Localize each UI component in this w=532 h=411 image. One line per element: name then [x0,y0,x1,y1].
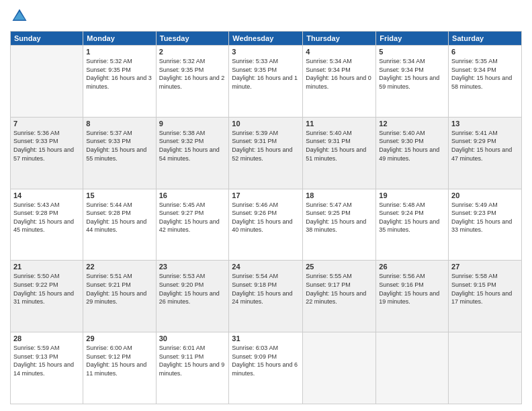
col-saturday: Saturday [449,32,522,46]
daylight-text: Daylight: 15 hours and 24 minutes. [232,290,292,306]
daylight-text: Daylight: 15 hours and 35 minutes. [379,218,439,234]
sunrise-text: Sunrise: 5:40 AM [306,130,352,136]
day-info: Sunrise: 5:36 AM Sunset: 9:33 PM Dayligh… [13,129,80,163]
daylight-text: Daylight: 15 hours and 55 minutes. [86,146,146,162]
sunrise-text: Sunrise: 6:01 AM [159,345,206,351]
table-row [449,332,522,404]
sunrise-text: Sunrise: 5:40 AM [379,130,425,136]
sunset-text: Sunset: 9:28 PM [86,210,131,216]
sunrise-text: Sunrise: 5:37 AM [86,130,132,136]
table-row: 30 Sunrise: 6:01 AM Sunset: 9:11 PM Dayl… [156,332,229,404]
sunrise-text: Sunrise: 5:38 AM [159,130,206,136]
day-info: Sunrise: 5:35 AM Sunset: 9:34 PM Dayligh… [451,57,519,91]
logo-icon [10,7,29,26]
sunrise-text: Sunrise: 5:34 AM [306,58,352,64]
daylight-text: Daylight: 15 hours and 38 minutes. [306,218,366,234]
sunset-text: Sunset: 9:31 PM [306,138,351,144]
table-row [11,46,83,118]
sunrise-text: Sunrise: 5:58 AM [451,273,498,279]
table-row: 17 Sunrise: 5:46 AM Sunset: 9:26 PM Dayl… [229,189,303,261]
daylight-text: Daylight: 15 hours and 6 minutes. [232,361,298,377]
table-row: 10 Sunrise: 5:39 AM Sunset: 9:31 PM Dayl… [229,117,303,189]
day-info: Sunrise: 5:33 AM Sunset: 9:35 PM Dayligh… [232,57,300,91]
sunset-text: Sunset: 9:33 PM [13,138,58,144]
daylight-text: Daylight: 16 hours and 2 minutes. [159,75,225,90]
day-info: Sunrise: 5:53 AM Sunset: 9:20 PM Dayligh… [159,272,226,306]
col-monday: Monday [83,32,156,46]
sunset-text: Sunset: 9:29 PM [451,138,496,144]
table-row: 22 Sunrise: 5:51 AM Sunset: 9:21 PM Dayl… [83,261,156,332]
daylight-text: Daylight: 15 hours and 59 minutes. [379,75,439,90]
day-number: 30 [159,334,226,342]
sunset-text: Sunset: 9:35 PM [159,66,204,73]
calendar-week-row: 21 Sunrise: 5:50 AM Sunset: 9:22 PM Dayl… [11,261,522,332]
day-info: Sunrise: 5:32 AM Sunset: 9:35 PM Dayligh… [86,57,152,91]
day-info: Sunrise: 5:44 AM Sunset: 9:28 PM Dayligh… [86,201,152,234]
day-info: Sunrise: 5:34 AM Sunset: 9:34 PM Dayligh… [306,57,373,91]
table-row: 27 Sunrise: 5:58 AM Sunset: 9:15 PM Dayl… [449,261,522,332]
sunset-text: Sunset: 9:22 PM [13,281,58,288]
sunrise-text: Sunrise: 5:32 AM [159,58,206,64]
day-number: 22 [86,263,152,271]
sunrise-text: Sunrise: 5:47 AM [306,201,352,208]
day-number: 2 [159,48,226,56]
table-row: 15 Sunrise: 5:44 AM Sunset: 9:28 PM Dayl… [83,189,156,261]
day-number: 1 [86,48,152,56]
daylight-text: Daylight: 16 hours and 0 minutes. [306,75,371,90]
sunrise-text: Sunrise: 5:49 AM [451,201,498,208]
daylight-text: Daylight: 15 hours and 44 minutes. [86,218,146,234]
sunrise-text: Sunrise: 5:32 AM [86,58,132,64]
day-info: Sunrise: 6:03 AM Sunset: 9:09 PM Dayligh… [232,344,300,377]
day-number: 19 [379,191,445,199]
sunset-text: Sunset: 9:11 PM [159,353,204,360]
day-number: 12 [379,120,445,128]
day-number: 25 [306,263,373,271]
table-row: 19 Sunrise: 5:48 AM Sunset: 9:24 PM Dayl… [376,189,449,261]
day-info: Sunrise: 5:34 AM Sunset: 9:34 PM Dayligh… [379,57,445,91]
sunrise-text: Sunrise: 5:43 AM [13,201,60,208]
calendar-header-row: Sunday Monday Tuesday Wednesday Thursday… [11,32,522,46]
calendar-week-row: 14 Sunrise: 5:43 AM Sunset: 9:28 PM Dayl… [11,189,522,261]
table-row: 1 Sunrise: 5:32 AM Sunset: 9:35 PM Dayli… [83,46,156,118]
table-row: 24 Sunrise: 5:54 AM Sunset: 9:18 PM Dayl… [229,261,303,332]
sunset-text: Sunset: 9:25 PM [306,210,351,216]
table-row: 3 Sunrise: 5:33 AM Sunset: 9:35 PM Dayli… [229,46,303,118]
day-info: Sunrise: 5:32 AM Sunset: 9:35 PM Dayligh… [159,57,226,91]
logo [10,7,32,26]
daylight-text: Daylight: 15 hours and 29 minutes. [86,290,146,306]
sunset-text: Sunset: 9:21 PM [86,281,131,288]
day-number: 16 [159,191,226,199]
calendar-week-row: 28 Sunrise: 5:59 AM Sunset: 9:13 PM Dayl… [11,332,522,404]
calendar-week-row: 7 Sunrise: 5:36 AM Sunset: 9:33 PM Dayli… [11,117,522,189]
sunrise-text: Sunrise: 5:53 AM [159,273,206,279]
sunset-text: Sunset: 9:15 PM [451,281,496,288]
day-number: 23 [159,263,226,271]
table-row: 31 Sunrise: 6:03 AM Sunset: 9:09 PM Dayl… [229,332,303,404]
sunrise-text: Sunrise: 6:03 AM [232,345,278,351]
table-row [376,332,449,404]
sunrise-text: Sunrise: 5:48 AM [379,201,425,208]
daylight-text: Daylight: 15 hours and 42 minutes. [159,218,220,234]
day-info: Sunrise: 5:47 AM Sunset: 9:25 PM Dayligh… [306,201,373,234]
daylight-text: Daylight: 15 hours and 33 minutes. [451,218,512,234]
sunrise-text: Sunrise: 5:33 AM [232,58,278,64]
sunset-text: Sunset: 9:34 PM [379,66,424,73]
day-number: 31 [232,334,300,342]
sunrise-text: Sunrise: 5:54 AM [232,273,278,279]
header [10,7,522,26]
day-info: Sunrise: 5:38 AM Sunset: 9:32 PM Dayligh… [159,129,226,163]
day-info: Sunrise: 5:49 AM Sunset: 9:23 PM Dayligh… [451,201,519,234]
daylight-text: Daylight: 15 hours and 45 minutes. [13,218,74,234]
day-number: 18 [306,191,373,199]
sunset-text: Sunset: 9:18 PM [232,281,277,288]
daylight-text: Daylight: 15 hours and 14 minutes. [13,361,74,377]
col-wednesday: Wednesday [229,32,303,46]
day-number: 24 [232,263,300,271]
table-row: 9 Sunrise: 5:38 AM Sunset: 9:32 PM Dayli… [156,117,229,189]
day-number: 11 [306,120,373,128]
day-info: Sunrise: 5:45 AM Sunset: 9:27 PM Dayligh… [159,201,226,234]
day-info: Sunrise: 5:37 AM Sunset: 9:33 PM Dayligh… [86,129,152,163]
daylight-text: Daylight: 15 hours and 57 minutes. [13,146,74,162]
table-row: 29 Sunrise: 6:00 AM Sunset: 9:12 PM Dayl… [83,332,156,404]
day-number: 13 [451,120,519,128]
